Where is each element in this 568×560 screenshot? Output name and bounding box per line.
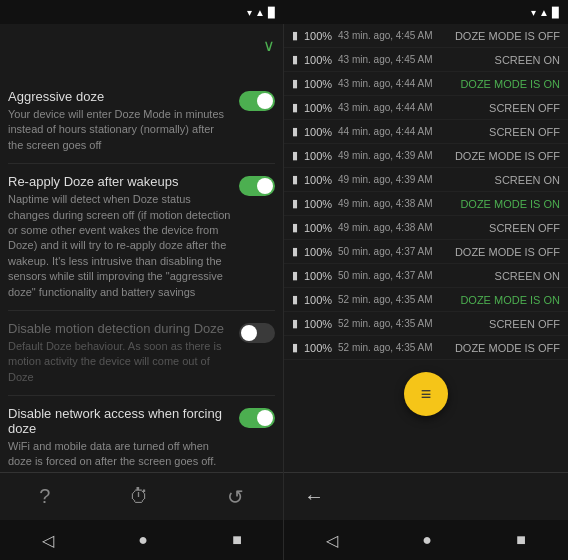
log-time: 43 min. ago, 4:45 AM: [338, 54, 489, 65]
log-time: 50 min. ago, 4:37 AM: [338, 246, 449, 257]
fab-button[interactable]: ≡: [404, 372, 448, 416]
option-title: Disable motion detection during Doze: [8, 321, 231, 336]
battery-log-icon: ▮: [292, 341, 298, 354]
battery-log-icon: ▮: [292, 77, 298, 90]
log-event: SCREEN OFF: [489, 102, 560, 114]
log-event: DOZE MODE IS OFF: [455, 246, 560, 258]
toggle-switch[interactable]: [239, 176, 275, 196]
battery-log-icon: ▮: [292, 317, 298, 330]
log-time: 43 min. ago, 4:44 AM: [338, 78, 454, 89]
home-nav-icon-right[interactable]: ●: [422, 531, 432, 549]
log-time: 44 min. ago, 4:44 AM: [338, 126, 483, 137]
log-time: 50 min. ago, 4:37 AM: [338, 270, 489, 281]
log-time: 49 min. ago, 4:39 AM: [338, 174, 489, 185]
back-nav-icon-right[interactable]: ◁: [326, 531, 338, 550]
right-panel: ▮100%43 min. ago, 4:45 AMDOZE MODE IS OF…: [284, 24, 568, 560]
status-bar: ▾ ▲ ▉ ▾ ▲ ▉: [0, 0, 568, 24]
log-row: ▮100%43 min. ago, 4:45 AMDOZE MODE IS OF…: [284, 24, 568, 48]
log-percent: 100%: [304, 174, 332, 186]
toggle-switch: [239, 323, 275, 343]
option-item: Disable motion detection during DozeDefa…: [8, 311, 275, 396]
log-event: SCREEN ON: [495, 54, 560, 66]
log-event: DOZE MODE IS ON: [460, 78, 560, 90]
panels-wrapper: ∨ Aggressive dozeYour device will enter …: [0, 24, 568, 560]
log-row: ▮100%43 min. ago, 4:44 AMDOZE MODE IS ON: [284, 72, 568, 96]
left-panel: ∨ Aggressive dozeYour device will enter …: [0, 24, 284, 560]
log-row: ▮100%49 min. ago, 4:39 AMDOZE MODE IS OF…: [284, 144, 568, 168]
log-event: DOZE MODE IS OFF: [455, 150, 560, 162]
options-list: Aggressive dozeYour device will enter Do…: [0, 79, 283, 472]
back-nav-icon-left[interactable]: ◁: [42, 531, 54, 550]
bottom-nav-left: ? ⏱ ↺: [0, 472, 283, 520]
status-icons-left: ▾ ▲ ▉: [247, 7, 276, 18]
signal-icon-r: ▾: [531, 7, 536, 18]
battery-log-icon: ▮: [292, 197, 298, 210]
log-event: DOZE MODE IS OFF: [455, 30, 560, 42]
log-percent: 100%: [304, 30, 332, 42]
status-bar-right: ▾ ▲ ▉: [284, 0, 568, 24]
log-percent: 100%: [304, 246, 332, 258]
log-percent: 100%: [304, 342, 332, 354]
log-time: 52 min. ago, 4:35 AM: [338, 318, 483, 329]
battery-log-icon: ▮: [292, 293, 298, 306]
log-percent: 100%: [304, 222, 332, 234]
log-row: ▮100%49 min. ago, 4:39 AMSCREEN ON: [284, 168, 568, 192]
option-item: Re-apply Doze after wakeupsNaptime will …: [8, 164, 275, 311]
battery-log-icon: ▮: [292, 221, 298, 234]
system-nav-right: ◁ ● ■: [284, 520, 568, 560]
option-text: Aggressive dozeYour device will enter Do…: [8, 89, 231, 153]
battery-log-icon: ▮: [292, 125, 298, 138]
log-row: ▮100%50 min. ago, 4:37 AMDOZE MODE IS OF…: [284, 240, 568, 264]
status-icons-right: ▾ ▲ ▉: [531, 7, 560, 18]
log-row: ▮100%43 min. ago, 4:44 AMSCREEN OFF: [284, 96, 568, 120]
bottom-nav-right: ←: [284, 472, 568, 520]
battery-icon-right: ▉: [552, 7, 560, 18]
battery-log-icon: ▮: [292, 269, 298, 282]
log-time: 43 min. ago, 4:44 AM: [338, 102, 483, 113]
log-event: SCREEN OFF: [489, 318, 560, 330]
log-event: DOZE MODE IS OFF: [455, 342, 560, 354]
log-event: SCREEN ON: [495, 174, 560, 186]
option-desc: Default Doze behaviour. As soon as there…: [8, 339, 231, 385]
system-nav-left: ◁ ● ■: [0, 520, 284, 560]
timer-icon[interactable]: ⏱: [121, 477, 157, 516]
toggle-switch[interactable]: [239, 91, 275, 111]
log-row: ▮100%52 min. ago, 4:35 AMDOZE MODE IS OF…: [284, 336, 568, 360]
option-desc: WiFi and mobile data are turned off when…: [8, 439, 231, 472]
log-event: DOZE MODE IS ON: [460, 294, 560, 306]
battery-log-icon: ▮: [292, 149, 298, 162]
log-percent: 100%: [304, 318, 332, 330]
refresh-icon[interactable]: ↺: [219, 477, 252, 517]
log-row: ▮100%44 min. ago, 4:44 AMSCREEN OFF: [284, 120, 568, 144]
log-time: 49 min. ago, 4:38 AM: [338, 222, 483, 233]
recents-nav-icon-left[interactable]: ■: [232, 531, 242, 549]
toggle-switch[interactable]: [239, 408, 275, 428]
support-header[interactable]: ∨: [0, 24, 283, 65]
help-icon[interactable]: ?: [31, 477, 58, 516]
log-time: 49 min. ago, 4:38 AM: [338, 198, 454, 209]
log-row: ▮100%50 min. ago, 4:37 AMSCREEN ON: [284, 264, 568, 288]
status-bar-left: ▾ ▲ ▉: [0, 0, 284, 24]
log-percent: 100%: [304, 294, 332, 306]
wifi-icon-r: ▲: [539, 7, 549, 18]
option-title: Disable network access when forcing doze: [8, 406, 231, 436]
option-title: Re-apply Doze after wakeups: [8, 174, 231, 189]
signal-icon: ▾: [247, 7, 252, 18]
option-text: Disable network access when forcing doze…: [8, 406, 231, 472]
log-percent: 100%: [304, 78, 332, 90]
option-text: Disable motion detection during DozeDefa…: [8, 321, 231, 385]
log-percent: 100%: [304, 198, 332, 210]
log-event: SCREEN OFF: [489, 126, 560, 138]
log-percent: 100%: [304, 102, 332, 114]
back-arrow-icon[interactable]: ←: [296, 477, 332, 516]
home-nav-icon-left[interactable]: ●: [138, 531, 148, 549]
log-time: 52 min. ago, 4:35 AM: [338, 294, 454, 305]
chevron-down-icon: ∨: [263, 36, 275, 55]
option-title: Aggressive doze: [8, 89, 231, 104]
option-item: Aggressive dozeYour device will enter Do…: [8, 79, 275, 164]
recents-nav-icon-right[interactable]: ■: [516, 531, 526, 549]
log-percent: 100%: [304, 54, 332, 66]
log-row: ▮100%52 min. ago, 4:35 AMSCREEN OFF: [284, 312, 568, 336]
log-time: 43 min. ago, 4:45 AM: [338, 30, 449, 41]
option-item: Disable network access when forcing doze…: [8, 396, 275, 472]
